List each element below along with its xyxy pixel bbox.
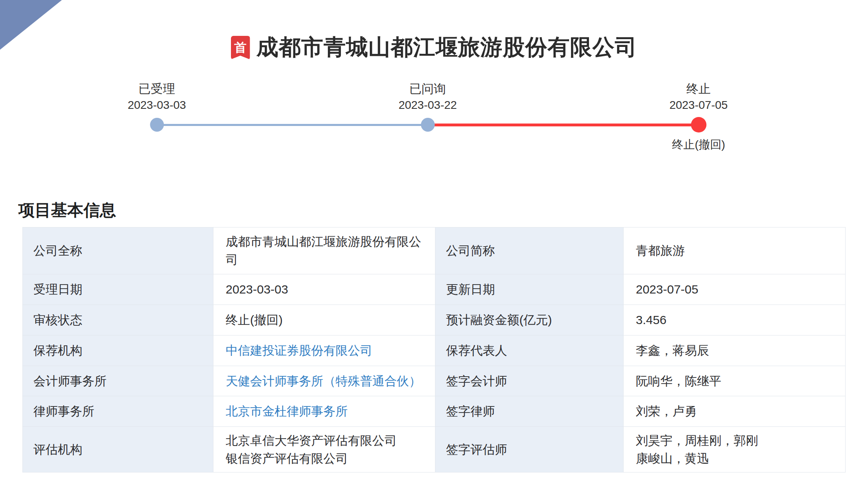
- info-label-sponsor: 保荐机构: [23, 336, 213, 366]
- info-value-review-status: 终止(撤回): [213, 305, 435, 335]
- stage-date: 2023-07-05: [669, 97, 727, 113]
- first-issue-badge-icon: 首: [231, 36, 250, 60]
- info-label-signing-lawyers: 签字律师: [435, 396, 623, 426]
- stage-name: 终止: [686, 81, 711, 97]
- info-label-signing-appraisers: 签字评估师: [435, 427, 623, 472]
- info-value-sponsor: 中信建投证券股份有限公司: [213, 336, 435, 366]
- info-value-law-firm: 北京市金杜律师事务所: [213, 396, 435, 426]
- stage-name: 已问询: [409, 81, 446, 97]
- stage-name: 已受理: [138, 81, 175, 97]
- info-label-signing-accountants: 签字会计师: [435, 366, 623, 396]
- sponsor-link[interactable]: 中信建投证券股份有限公司: [226, 342, 423, 360]
- accounting-firm-link[interactable]: 天健会计师事务所（特殊普通合伙）: [226, 372, 423, 390]
- info-value-accounting-firm: 天健会计师事务所（特殊普通合伙）: [213, 366, 435, 396]
- company-title: 成都市青城山都江堰旅游股份有限公司: [257, 33, 637, 62]
- timeline-dot: [421, 118, 435, 132]
- info-label-planned-financing: 预计融资金额(亿元): [435, 305, 623, 335]
- info-value-signing-lawyers: 刘荣，卢勇: [624, 396, 845, 426]
- info-value-signing-appraisers: 刘昊宇，周桂刚，郭刚 康峻山，黄迅: [624, 427, 845, 472]
- info-value-acceptance-date: 2023-03-03: [213, 274, 435, 305]
- info-label-company-short-name: 公司简称: [435, 227, 623, 274]
- stage-date: 2023-03-22: [398, 97, 457, 113]
- info-label-law-firm: 律师事务所: [23, 396, 213, 426]
- page-header: 首 成都市青城山都江堰旅游股份有限公司: [0, 18, 868, 77]
- info-value-update-date: 2023-07-05: [624, 274, 845, 305]
- law-firm-link[interactable]: 北京市金杜律师事务所: [226, 402, 423, 420]
- info-label-review-status: 审核状态: [23, 305, 213, 335]
- timeline-segment-done: [157, 124, 428, 126]
- appraisal-agency-line: 北京卓信大华资产评估有限公司: [226, 432, 423, 450]
- section-title: 项目基本信息: [18, 199, 116, 221]
- timeline-segment-terminated: [428, 124, 699, 126]
- appraisal-agency-line: 银信资产评估有限公司: [226, 450, 423, 468]
- info-value-planned-financing: 3.456: [624, 305, 845, 335]
- info-label-sponsor-reps: 保荐代表人: [435, 336, 623, 366]
- timeline-dot: [150, 118, 164, 132]
- timeline-note: 终止(撤回): [672, 137, 725, 152]
- basic-info-table: 公司全称 成都市青城山都江堰旅游股份有限公司 公司简称 青都旅游 受理日期 20…: [22, 227, 846, 472]
- info-label-accounting-firm: 会计师事务所: [23, 366, 213, 396]
- signing-appraisers-line: 刘昊宇，周桂刚，郭刚: [636, 432, 833, 450]
- info-value-company-full-name: 成都市青城山都江堰旅游股份有限公司: [213, 227, 435, 274]
- info-value-appraisal-agency: 北京卓信大华资产评估有限公司 银信资产评估有限公司: [213, 427, 435, 472]
- info-label-company-full-name: 公司全称: [23, 227, 213, 274]
- info-value-signing-accountants: 阮响华，陈继平: [624, 366, 845, 396]
- timeline-stage-terminated: 终止 2023-07-05 终止(撤回): [669, 81, 727, 152]
- info-value-sponsor-reps: 李鑫，蒋易辰: [624, 336, 845, 366]
- info-value-company-short-name: 青都旅游: [624, 227, 845, 274]
- info-label-update-date: 更新日期: [435, 274, 623, 305]
- info-label-appraisal-agency: 评估机构: [23, 427, 213, 472]
- stage-date: 2023-03-03: [127, 97, 186, 113]
- timeline-stage-inquired: 已问询 2023-03-22: [398, 81, 457, 132]
- timeline-stage-accepted: 已受理 2023-03-03: [127, 81, 186, 132]
- info-label-acceptance-date: 受理日期: [23, 274, 213, 305]
- timeline-dot-terminated: [691, 117, 706, 132]
- signing-appraisers-line: 康峻山，黄迅: [636, 450, 833, 468]
